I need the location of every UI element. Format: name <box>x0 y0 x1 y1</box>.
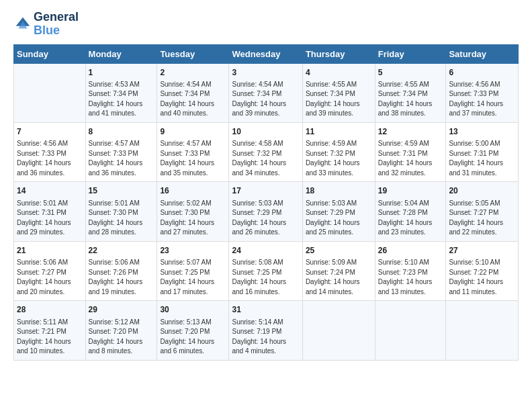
day-info: Sunrise: 5:08 AM Sunset: 7:25 PM Dayligh… <box>232 258 299 297</box>
calendar-cell: 6Sunrise: 4:56 AM Sunset: 7:33 PM Daylig… <box>446 63 519 122</box>
day-info: Sunrise: 5:02 AM Sunset: 7:30 PM Dayligh… <box>160 199 226 238</box>
day-info: Sunrise: 5:14 AM Sunset: 7:19 PM Dayligh… <box>232 318 299 357</box>
day-number: 28 <box>17 304 83 316</box>
day-info: Sunrise: 5:05 AM Sunset: 7:27 PM Dayligh… <box>449 199 515 238</box>
week-row-4: 21Sunrise: 5:06 AM Sunset: 7:27 PM Dayli… <box>14 241 519 300</box>
calendar-cell: 18Sunrise: 5:03 AM Sunset: 7:29 PM Dayli… <box>302 182 375 241</box>
day-number: 30 <box>160 304 226 316</box>
calendar-cell: 22Sunrise: 5:06 AM Sunset: 7:26 PM Dayli… <box>85 241 157 300</box>
day-info: Sunrise: 4:56 AM Sunset: 7:33 PM Dayligh… <box>17 139 83 178</box>
calendar-cell: 23Sunrise: 5:07 AM Sunset: 7:25 PM Dayli… <box>157 241 229 300</box>
day-info: Sunrise: 5:00 AM Sunset: 7:31 PM Dayligh… <box>449 139 515 178</box>
day-info: Sunrise: 5:03 AM Sunset: 7:29 PM Dayligh… <box>232 199 299 238</box>
day-info: Sunrise: 5:01 AM Sunset: 7:30 PM Dayligh… <box>89 199 154 238</box>
day-info: Sunrise: 5:01 AM Sunset: 7:31 PM Dayligh… <box>17 199 83 238</box>
day-number: 31 <box>232 304 299 316</box>
calendar-cell: 11Sunrise: 4:59 AM Sunset: 7:32 PM Dayli… <box>302 122 375 181</box>
day-number: 26 <box>378 245 443 257</box>
header-wednesday: Wednesday <box>229 44 302 63</box>
header-saturday: Saturday <box>446 44 519 63</box>
calendar-cell: 27Sunrise: 5:10 AM Sunset: 7:22 PM Dayli… <box>446 241 519 300</box>
header-thursday: Thursday <box>302 44 375 63</box>
day-info: Sunrise: 5:04 AM Sunset: 7:28 PM Dayligh… <box>378 199 443 238</box>
day-number: 18 <box>306 185 372 197</box>
day-number: 7 <box>17 126 83 138</box>
week-row-3: 14Sunrise: 5:01 AM Sunset: 7:31 PM Dayli… <box>14 182 519 241</box>
day-number: 13 <box>449 126 515 138</box>
calendar-cell: 3Sunrise: 4:54 AM Sunset: 7:34 PM Daylig… <box>229 63 302 122</box>
day-number: 19 <box>378 185 443 197</box>
day-number: 21 <box>17 245 83 257</box>
calendar-cell: 25Sunrise: 5:09 AM Sunset: 7:24 PM Dayli… <box>302 241 375 300</box>
calendar-cell: 30Sunrise: 5:13 AM Sunset: 7:20 PM Dayli… <box>157 301 229 360</box>
day-number: 20 <box>449 185 515 197</box>
calendar-cell: 17Sunrise: 5:03 AM Sunset: 7:29 PM Dayli… <box>229 182 302 241</box>
day-info: Sunrise: 4:53 AM Sunset: 7:34 PM Dayligh… <box>89 80 154 119</box>
day-number: 23 <box>160 245 226 257</box>
calendar-cell: 4Sunrise: 4:55 AM Sunset: 7:34 PM Daylig… <box>302 63 375 122</box>
calendar-cell: 7Sunrise: 4:56 AM Sunset: 7:33 PM Daylig… <box>14 122 86 181</box>
day-number: 24 <box>232 245 299 257</box>
day-number: 4 <box>306 67 372 79</box>
day-number: 9 <box>160 126 226 138</box>
day-number: 27 <box>449 245 515 257</box>
day-info: Sunrise: 5:13 AM Sunset: 7:20 PM Dayligh… <box>160 318 226 357</box>
day-info: Sunrise: 5:12 AM Sunset: 7:20 PM Dayligh… <box>89 318 154 357</box>
calendar-cell: 2Sunrise: 4:54 AM Sunset: 7:34 PM Daylig… <box>157 63 229 122</box>
calendar-cell: 8Sunrise: 4:57 AM Sunset: 7:33 PM Daylig… <box>85 122 157 181</box>
day-number: 11 <box>306 126 372 138</box>
calendar-cell <box>302 301 375 360</box>
calendar-header: SundayMondayTuesdayWednesdayThursdayFrid… <box>14 44 519 63</box>
week-row-1: 1Sunrise: 4:53 AM Sunset: 7:34 PM Daylig… <box>14 63 519 122</box>
header-tuesday: Tuesday <box>157 44 229 63</box>
calendar-table: SundayMondayTuesdayWednesdayThursdayFrid… <box>13 44 519 361</box>
day-info: Sunrise: 4:57 AM Sunset: 7:33 PM Dayligh… <box>160 139 226 178</box>
day-number: 5 <box>378 67 443 79</box>
day-number: 17 <box>232 185 299 197</box>
calendar-cell: 19Sunrise: 5:04 AM Sunset: 7:28 PM Dayli… <box>375 182 446 241</box>
calendar-cell: 10Sunrise: 4:58 AM Sunset: 7:32 PM Dayli… <box>229 122 302 181</box>
day-info: Sunrise: 4:55 AM Sunset: 7:34 PM Dayligh… <box>378 80 443 119</box>
day-info: Sunrise: 4:54 AM Sunset: 7:34 PM Dayligh… <box>160 80 226 119</box>
calendar-cell: 16Sunrise: 5:02 AM Sunset: 7:30 PM Dayli… <box>157 182 229 241</box>
day-info: Sunrise: 5:11 AM Sunset: 7:21 PM Dayligh… <box>17 318 83 357</box>
calendar-cell: 20Sunrise: 5:05 AM Sunset: 7:27 PM Dayli… <box>446 182 519 241</box>
calendar-cell: 12Sunrise: 4:59 AM Sunset: 7:31 PM Dayli… <box>375 122 446 181</box>
day-info: Sunrise: 5:06 AM Sunset: 7:27 PM Dayligh… <box>17 258 83 297</box>
calendar-cell: 24Sunrise: 5:08 AM Sunset: 7:25 PM Dayli… <box>229 241 302 300</box>
day-info: Sunrise: 5:09 AM Sunset: 7:24 PM Dayligh… <box>306 258 372 297</box>
calendar-cell: 21Sunrise: 5:06 AM Sunset: 7:27 PM Dayli… <box>14 241 86 300</box>
calendar-cell: 1Sunrise: 4:53 AM Sunset: 7:34 PM Daylig… <box>85 63 157 122</box>
calendar-cell: 13Sunrise: 5:00 AM Sunset: 7:31 PM Dayli… <box>446 122 519 181</box>
calendar-cell: 15Sunrise: 5:01 AM Sunset: 7:30 PM Dayli… <box>85 182 157 241</box>
day-info: Sunrise: 4:58 AM Sunset: 7:32 PM Dayligh… <box>232 139 299 178</box>
day-info: Sunrise: 5:07 AM Sunset: 7:25 PM Dayligh… <box>160 258 226 297</box>
header-sunday: Sunday <box>14 44 86 63</box>
calendar-cell: 9Sunrise: 4:57 AM Sunset: 7:33 PM Daylig… <box>157 122 229 181</box>
calendar-cell <box>375 301 446 360</box>
day-number: 16 <box>160 185 226 197</box>
day-number: 15 <box>89 185 154 197</box>
calendar-cell: 14Sunrise: 5:01 AM Sunset: 7:31 PM Dayli… <box>14 182 86 241</box>
calendar-cell: 5Sunrise: 4:55 AM Sunset: 7:34 PM Daylig… <box>375 63 446 122</box>
day-number: 10 <box>232 126 299 138</box>
day-number: 25 <box>306 245 372 257</box>
logo-text: GeneralBlue <box>34 11 79 38</box>
day-info: Sunrise: 5:10 AM Sunset: 7:22 PM Dayligh… <box>449 258 515 297</box>
day-number: 2 <box>160 67 226 79</box>
day-info: Sunrise: 5:10 AM Sunset: 7:23 PM Dayligh… <box>378 258 443 297</box>
day-number: 12 <box>378 126 443 138</box>
calendar-cell <box>14 63 86 122</box>
calendar-cell <box>446 301 519 360</box>
day-info: Sunrise: 5:03 AM Sunset: 7:29 PM Dayligh… <box>306 199 372 238</box>
day-number: 8 <box>89 126 154 138</box>
day-info: Sunrise: 4:59 AM Sunset: 7:32 PM Dayligh… <box>306 139 372 178</box>
header-friday: Friday <box>375 44 446 63</box>
calendar-cell: 28Sunrise: 5:11 AM Sunset: 7:21 PM Dayli… <box>14 301 86 360</box>
day-info: Sunrise: 4:59 AM Sunset: 7:31 PM Dayligh… <box>378 139 443 178</box>
day-number: 6 <box>449 67 515 79</box>
day-info: Sunrise: 4:56 AM Sunset: 7:33 PM Dayligh… <box>449 80 515 119</box>
calendar-cell: 26Sunrise: 5:10 AM Sunset: 7:23 PM Dayli… <box>375 241 446 300</box>
week-row-5: 28Sunrise: 5:11 AM Sunset: 7:21 PM Dayli… <box>14 301 519 360</box>
day-number: 14 <box>17 185 83 197</box>
